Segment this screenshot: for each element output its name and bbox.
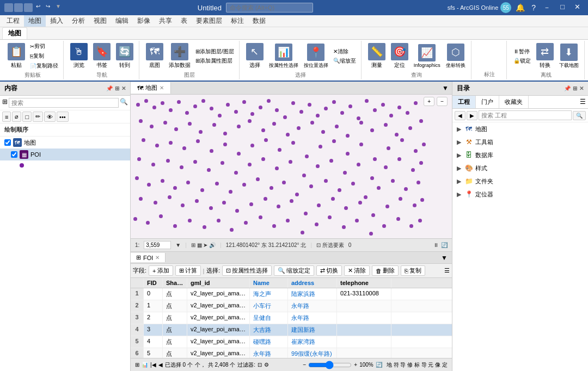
table-row[interactable]: 1 0 点 v2_layer_poi_amap_pt... 海之声 陆家浜路 0… (131, 288, 452, 300)
table-row[interactable]: 5 4 点 v2_layer_poi_amap_pt... 碰嘿路 崔家湾路 (131, 336, 452, 348)
download-map-button[interactable]: ⬇ 下载地图 (557, 42, 581, 70)
more-btn[interactable]: ••• (57, 112, 69, 122)
copy-path-button[interactable]: 📄 复制路径 (28, 61, 60, 70)
select-by-location-button[interactable]: 📍 按位置选择 (302, 42, 330, 70)
catalog-item-style[interactable]: ▶ 🎨 样式 (452, 162, 588, 175)
chart-view-btn[interactable]: 📊 (142, 362, 148, 368)
paste-button[interactable]: 📋 粘贴 (5, 42, 27, 70)
search-icon[interactable]: 🔍 (120, 98, 128, 108)
draw-order-btn[interactable]: □ (22, 112, 32, 122)
select-by-attr-btn[interactable]: ⊡按属性性选择 (222, 265, 272, 276)
map-zoom-in[interactable]: + (424, 97, 434, 106)
menu-imagery[interactable]: 影像 (133, 15, 155, 27)
undo-icon[interactable]: ↩ (34, 3, 42, 12)
menu-share[interactable]: 共享 (155, 15, 176, 27)
redo-icon[interactable]: ↪ (44, 3, 52, 12)
menu-view[interactable]: 视图 (89, 15, 111, 27)
catalog-tab-favorites[interactable]: 收藏夹 (499, 96, 529, 108)
attr-options[interactable]: ▼ (437, 253, 452, 263)
cut-button[interactable]: ✂ 剪切 (28, 42, 60, 51)
catalog-item-db[interactable]: ▶ 🗄 数据库 (452, 149, 588, 162)
pause-button[interactable]: ⏸ 暂停 (511, 47, 533, 56)
clear-selection-button[interactable]: ✕ 清除 (332, 47, 358, 56)
table-view-btn[interactable]: ⊞ (135, 362, 139, 368)
delete-btn[interactable]: 🗑删除 (372, 265, 399, 276)
print-icon[interactable] (24, 3, 33, 12)
table-menu-icon[interactable]: ☰ (444, 267, 450, 274)
menu-map[interactable]: 地图 (24, 15, 46, 27)
minimize-button[interactable]: － (540, 2, 554, 14)
zoom-slider[interactable] (308, 361, 352, 369)
menu-insert[interactable]: 插入 (46, 15, 68, 27)
switch-sel-btn[interactable]: ⇄切换 (316, 265, 342, 276)
filter-icon-status[interactable]: ⊡ (258, 362, 262, 368)
ribbon-tab-map[interactable]: 地图 (2, 27, 27, 39)
map-view[interactable]: + − (131, 95, 452, 238)
scale-dropdown[interactable]: ▼ (175, 242, 181, 248)
table-row[interactable]: 3 2 点 v2_layer_poi_amap_pt... 呈健自 永年路 (131, 312, 452, 324)
add-data-button[interactable]: ➕ 添加数据 (167, 42, 193, 70)
goto-button[interactable]: 🔄 转到 (114, 42, 136, 70)
catalog-dock-icon[interactable]: ⊞ (573, 85, 577, 91)
locate-button[interactable]: 🎯 定位 (389, 42, 411, 70)
table-row[interactable]: 6 5 点 v2_layer_poi_amap_pt... 永年路 99假缓(永… (131, 348, 452, 358)
catalog-tab-project[interactable]: 工程 (452, 96, 476, 108)
zoom-to-button[interactable]: 🔍 缩放至 (332, 57, 358, 65)
help-icon[interactable]: ? (529, 3, 538, 12)
menu-feature-layer[interactable]: 要素图层 (192, 15, 226, 27)
cylinder-btn[interactable]: ⌀ (12, 112, 21, 122)
refresh-icon[interactable]: 🔄 (441, 242, 448, 248)
infographics-button[interactable]: 📈 Infographics (412, 43, 443, 69)
contents-close-icon[interactable]: ✕ (121, 85, 126, 91)
catalog-forward-btn[interactable]: ▶ (467, 111, 477, 120)
notification-icon[interactable]: 🔔 (513, 3, 527, 12)
copy-btn[interactable]: ⎘复制 (401, 265, 425, 276)
first-page-btn[interactable]: |◀ (150, 362, 156, 368)
map-layer-checkbox[interactable] (4, 139, 11, 146)
calculate-btn[interactable]: ⊞计算 (175, 265, 201, 276)
header-address[interactable]: address (288, 278, 337, 288)
contents-search-input[interactable] (9, 98, 119, 108)
scale-input[interactable] (144, 241, 171, 249)
coord-convert-button[interactable]: ⬡ 坐标转换 (444, 42, 468, 70)
map-view-options[interactable]: ▼ (439, 83, 452, 93)
menu-analysis[interactable]: 分析 (68, 15, 89, 27)
lock-button[interactable]: 🔒 锁定 (511, 57, 533, 65)
add-attr-layer-button[interactable]: ⊞ 添加属性图层 (194, 57, 236, 65)
visibility-btn[interactable]: 👁 (44, 112, 56, 122)
contents-pin-icon[interactable]: 📌 (106, 85, 113, 91)
header-shape[interactable]: Shape (163, 278, 187, 288)
title-more-icon[interactable]: ▼ (53, 3, 63, 12)
basemap-button[interactable]: 🗺 底图 (144, 42, 166, 70)
layer-item-map[interactable]: 🗺 地图 (0, 137, 130, 149)
layer-item-poi[interactable]: ▦ POI (0, 149, 130, 160)
copy-button[interactable]: ⎘ 复制 (28, 52, 60, 60)
open-icon[interactable] (14, 3, 23, 12)
catalog-search-btn[interactable]: 🔍 (573, 111, 586, 120)
catalog-back-btn[interactable]: ◀ (455, 111, 465, 120)
filter-settings-icon[interactable]: ⚙ (264, 362, 269, 368)
catalog-close-icon[interactable]: ✕ (579, 85, 584, 91)
catalog-item-folder[interactable]: ▶ 📁 文件夹 (452, 175, 588, 188)
map-tab[interactable]: 🗺 地图 ✕ (131, 82, 171, 94)
pencil-btn[interactable]: ✏ (33, 112, 43, 122)
catalog-menu-icon[interactable]: ☰ (578, 96, 588, 108)
header-gml[interactable]: gml_id (187, 278, 250, 288)
select-by-attr-button[interactable]: 📊 按属性性选择 (267, 42, 301, 70)
attr-tab-foi[interactable]: ⊞ FOI ✕ (131, 253, 166, 262)
zoom-slider-plus[interactable]: + (354, 362, 357, 368)
user-badge[interactable]: 55 (500, 2, 511, 13)
catalog-search-input[interactable] (479, 110, 572, 120)
restore-button[interactable]: □ (557, 2, 568, 14)
convert-button[interactable]: ⇄ 转换 (534, 42, 556, 70)
prev-page-btn[interactable]: ◀ (158, 362, 163, 368)
clear-btn[interactable]: ✕清除 (344, 265, 370, 276)
menu-label[interactable]: 标注 (226, 15, 248, 27)
header-fid[interactable]: FID (144, 278, 163, 288)
refresh-table-btn[interactable]: 🔄 (376, 362, 382, 368)
menu-table[interactable]: 表 (176, 15, 192, 27)
poi-layer-checkbox[interactable] (11, 151, 17, 158)
menu-data[interactable]: 数据 (248, 15, 270, 27)
add-field-btn[interactable]: +添加 (149, 265, 173, 276)
contents-dock-icon[interactable]: ⊞ (115, 85, 119, 91)
